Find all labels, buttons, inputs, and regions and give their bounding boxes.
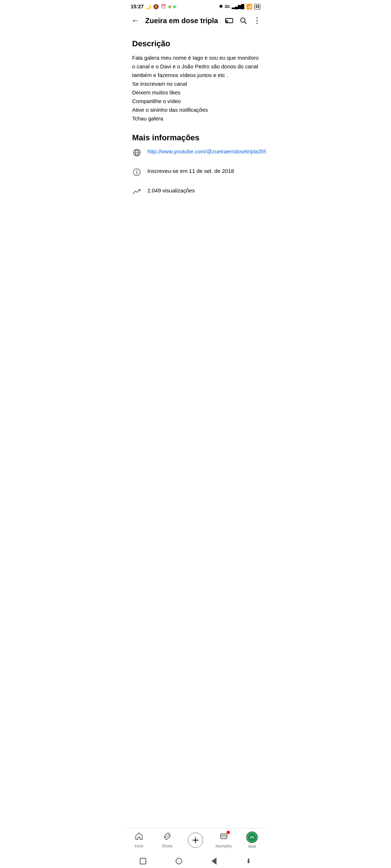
battery-indicator: 44 [254,4,260,9]
home-button[interactable] [176,858,182,864]
subscriptions-label: Inscrições [215,844,232,848]
you-icon: ZD [246,831,258,843]
search-icon[interactable] [239,17,247,25]
status-bar: 15:27 🌙 🔕 ⏰ ◈ ▶ ✱ 3G ▂▄▆█ 📶 44 [125,0,266,12]
back-button-sys[interactable] [211,858,216,865]
wifi-icon: 📶 [246,4,252,9]
system-nav: ⬇ [125,855,266,868]
page-title: Zueira em dose tripla [145,17,220,25]
svg-line-3 [244,22,246,24]
website-link[interactable]: http://www.youtube.com/@zueiraemdosetrip… [147,148,266,156]
avatar: ZD [246,831,258,843]
description-title: Descrição [132,39,259,48]
main-content: Descrição Fala galera meu nome é Iago e … [125,30,266,257]
status-time: 15:27 🌙 🔕 ⏰ ◈ ▶ [131,4,177,9]
signal-icon: ▂▄▆█ [232,4,244,9]
home-label: Início [135,844,143,848]
nav-item-shorts[interactable]: Shorts [156,832,178,848]
status-icons: ✱ 3G ▂▄▆█ 📶 44 [219,4,260,9]
views-item: 2.049 visualizações [132,187,259,198]
time-display: 15:27 [131,4,144,9]
trend-icon [132,187,142,198]
alarm-icon: ⏰ [161,4,166,9]
nav-item-subscriptions[interactable]: Inscrições [213,832,235,848]
nav-actions: ⋮ [225,16,261,25]
add-button[interactable] [188,833,203,848]
info-icon [132,168,142,179]
battery-level: 44 [255,5,259,9]
play-icon: ▶ [173,4,177,9]
moon-icon: 🌙 [146,4,151,9]
notification-badge [227,831,230,834]
join-date-text: Inscreveu-se em 11 de set. de 2018 [147,167,234,175]
svg-point-1 [226,22,226,23]
nav-item-add[interactable] [185,833,206,848]
more-icon[interactable]: ⋮ [253,17,261,25]
top-nav: ← Zueira em dose tripla ⋮ [125,12,266,30]
svg-rect-14 [220,834,227,839]
shorts-icon [163,832,172,843]
maps-icon: ◈ [168,4,172,9]
svg-point-11 [136,170,137,171]
avatar-initials: ZD [248,833,256,841]
website-item: http://www.youtube.com/@zueiraemdosetrip… [132,148,259,159]
recents-button[interactable] [140,858,146,864]
home-icon [135,832,143,843]
globe-icon [132,148,142,159]
network-3g: 3G [224,4,230,9]
download-button[interactable]: ⬇ [246,857,251,865]
description-body: Fala galera meu nome é Iago e sou eu que… [132,54,259,123]
nav-item-you[interactable]: ZD Você [241,831,263,848]
more-info-title: Mais informações [132,133,259,142]
cast-icon[interactable] [225,16,234,25]
join-date-item: Inscreveu-se em 11 de set. de 2018 [132,167,259,179]
bluetooth-icon: ✱ [219,4,223,9]
more-info-section: Mais informações http://www.youtube.com/… [132,133,259,198]
nav-item-home[interactable]: Início [128,832,150,848]
bottom-nav: Início Shorts [125,828,266,852]
subscriptions-icon [219,832,228,843]
back-button[interactable]: ← [130,14,141,27]
shorts-label: Shorts [162,844,173,848]
you-label: Você [248,844,256,848]
vibrate-icon: 🔕 [153,4,159,9]
views-text: 2.049 visualizações [147,187,195,195]
